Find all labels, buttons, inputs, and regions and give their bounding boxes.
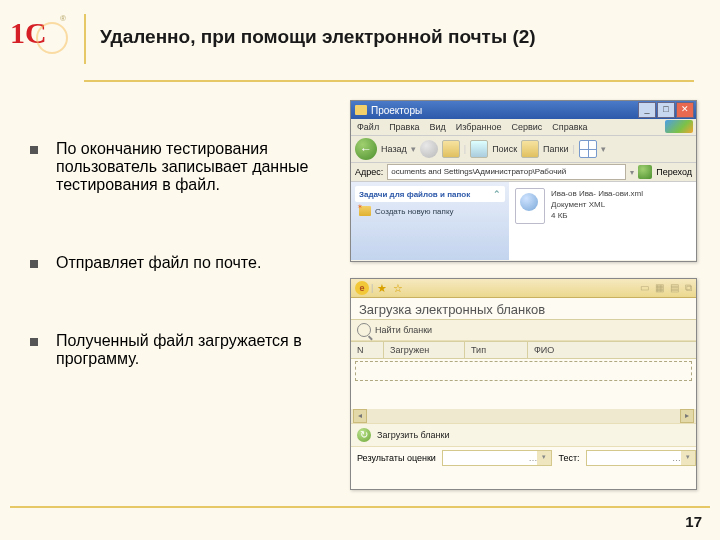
header-separator bbox=[84, 14, 86, 64]
star-icon[interactable]: ☆ bbox=[393, 282, 403, 295]
window-title: Проекторы bbox=[371, 105, 422, 116]
result-dropdown[interactable]: …▾ bbox=[442, 450, 552, 466]
address-input[interactable]: ocuments and Settings\Администратор\Рабо… bbox=[387, 164, 626, 180]
bullet-text: Полученный файл загружается в программу. bbox=[56, 332, 335, 368]
col-type[interactable]: Тип bbox=[465, 342, 528, 358]
app-toolbar: e | ★ ☆ ▭ ▦ ▤ ⧉ bbox=[351, 279, 696, 298]
load-bar: ↻ Загрузить бланки bbox=[351, 423, 696, 446]
scroll-right-button[interactable]: ▸ bbox=[680, 409, 694, 423]
col-n[interactable]: N bbox=[351, 342, 384, 358]
task-new-folder[interactable]: Создать новую папку bbox=[355, 202, 505, 216]
menu-favorites[interactable]: Избранное bbox=[456, 122, 502, 132]
menu-file[interactable]: Файл bbox=[357, 122, 379, 132]
address-label: Адрес: bbox=[355, 167, 383, 177]
menu-tools[interactable]: Сервис bbox=[511, 122, 542, 132]
col-date[interactable]: Загружен bbox=[384, 342, 465, 358]
windows-flag-icon bbox=[665, 120, 693, 133]
back-button[interactable]: ← bbox=[355, 138, 377, 160]
address-bar: Адрес: ocuments and Settings\Администрат… bbox=[351, 163, 696, 182]
folders-icon[interactable] bbox=[521, 140, 539, 158]
menu-view[interactable]: Вид bbox=[430, 122, 446, 132]
toolbar-icon[interactable]: ▤ bbox=[670, 282, 679, 294]
search-label: Поиск bbox=[492, 144, 517, 154]
app-logo-icon: e bbox=[355, 281, 369, 295]
folder-icon bbox=[355, 105, 367, 115]
file-type: Документ XML bbox=[551, 199, 643, 210]
slide-header: 1С ® Удаленно, при помощи электронной по… bbox=[0, 0, 720, 80]
app-title: Загрузка электронных бланков bbox=[351, 298, 696, 320]
bullet-item: По окончанию тестирования пользователь з… bbox=[30, 140, 335, 194]
minimize-button[interactable]: _ bbox=[638, 102, 656, 118]
bullet-item: Полученный файл загружается в программу. bbox=[30, 332, 335, 368]
page-number: 17 bbox=[685, 513, 702, 530]
search-icon bbox=[357, 323, 371, 337]
toolbar-icon[interactable]: ⧉ bbox=[685, 282, 692, 294]
result-label: Результаты оценки bbox=[357, 453, 436, 463]
menu-edit[interactable]: Правка bbox=[389, 122, 419, 132]
find-blanks-button[interactable]: Найти бланки bbox=[375, 325, 432, 335]
files-pane: Ива-ов Ива- Ива-ови.xml Документ XML 4 К… bbox=[509, 182, 696, 260]
forward-button[interactable] bbox=[420, 140, 438, 158]
menu-help[interactable]: Справка bbox=[552, 122, 587, 132]
xml-file-icon[interactable] bbox=[515, 188, 545, 224]
bullet-marker bbox=[30, 146, 38, 154]
search-icon[interactable] bbox=[470, 140, 488, 158]
grid-empty-row[interactable] bbox=[355, 361, 692, 381]
explorer-titlebar: Проекторы _ □ ✕ bbox=[351, 101, 696, 119]
bullet-item: Отправляет файл по почте. bbox=[30, 254, 335, 272]
slide-title: Удаленно, при помощи электронной почты (… bbox=[100, 10, 536, 48]
back-label: Назад bbox=[381, 144, 407, 154]
footer-rule bbox=[10, 506, 710, 508]
tasks-pane: Задачи для файлов и папок ⌃ Создать нову… bbox=[351, 182, 509, 260]
close-button[interactable]: ✕ bbox=[676, 102, 694, 118]
star-icon[interactable]: ★ bbox=[377, 282, 387, 295]
test-label: Тест: bbox=[558, 453, 579, 463]
blanks-grid: N Загружен Тип ФИО ◂ ▸ bbox=[351, 341, 696, 423]
app-actions: Найти бланки bbox=[351, 320, 696, 341]
go-label: Переход bbox=[656, 167, 692, 177]
load-icon: ↻ bbox=[357, 428, 371, 442]
file-name: Ива-ов Ива- Ива-ови.xml bbox=[551, 188, 643, 199]
test-dropdown[interactable]: …▾ bbox=[586, 450, 696, 466]
file-meta: Ива-ов Ива- Ива-ови.xml Документ XML 4 К… bbox=[551, 188, 643, 254]
logo-1c: 1С ® bbox=[10, 10, 72, 60]
go-button[interactable] bbox=[638, 165, 652, 179]
horizontal-scrollbar[interactable]: ◂ ▸ bbox=[351, 409, 696, 423]
bullet-text: Отправляет файл по почте. bbox=[56, 254, 261, 272]
tasks-header[interactable]: Задачи для файлов и папок ⌃ bbox=[355, 186, 505, 202]
maximize-button[interactable]: □ bbox=[657, 102, 675, 118]
file-size: 4 КБ bbox=[551, 210, 643, 221]
up-button[interactable] bbox=[442, 140, 460, 158]
bullet-marker bbox=[30, 338, 38, 346]
folders-label: Папки bbox=[543, 144, 568, 154]
new-folder-icon bbox=[359, 206, 371, 216]
explorer-window: Проекторы _ □ ✕ Файл Правка Вид Избранно… bbox=[350, 100, 697, 262]
bullet-marker bbox=[30, 260, 38, 268]
col-fio[interactable]: ФИО bbox=[528, 342, 696, 358]
explorer-menubar: Файл Правка Вид Избранное Сервис Справка bbox=[351, 119, 696, 136]
app-window: e | ★ ☆ ▭ ▦ ▤ ⧉ Загрузка электронных бла… bbox=[350, 278, 697, 490]
grid-header: N Загружен Тип ФИО bbox=[351, 341, 696, 359]
toolbar-icon[interactable]: ▦ bbox=[655, 282, 664, 294]
explorer-toolbar: ← Назад ▾ | Поиск Папки | ▾ bbox=[351, 136, 696, 163]
bullet-list: По окончанию тестирования пользователь з… bbox=[30, 140, 335, 428]
bottom-filter: Результаты оценки …▾ Тест: …▾ bbox=[351, 446, 696, 469]
bullet-text: По окончанию тестирования пользователь з… bbox=[56, 140, 335, 194]
scroll-left-button[interactable]: ◂ bbox=[353, 409, 367, 423]
header-rule bbox=[84, 80, 694, 82]
views-button[interactable] bbox=[579, 140, 597, 158]
load-blanks-button[interactable]: Загрузить бланки bbox=[377, 430, 450, 440]
toolbar-icon[interactable]: ▭ bbox=[640, 282, 649, 294]
